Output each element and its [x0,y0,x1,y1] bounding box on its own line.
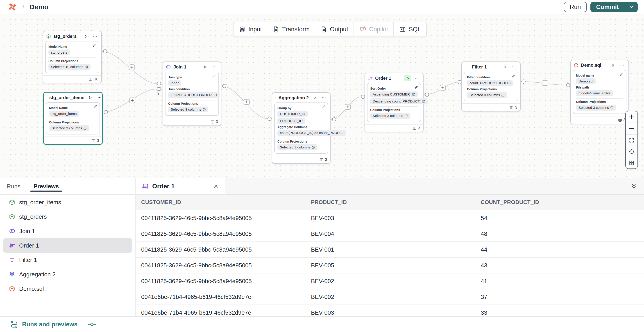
commit-button[interactable]: Commit [590,2,625,12]
edit-icon[interactable] [620,72,624,76]
node-config-card[interactable]: Group by CUSTOMER_ID PRODUCT_ID Aggregat… [274,102,328,154]
edit-icon[interactable] [321,105,325,109]
list-item-aggregation-2[interactable]: Aggregation 2 [0,267,135,282]
projections-badge[interactable]: Selected 3 columns [576,105,616,110]
canvas[interactable]: Input Transform Output [0,14,644,178]
list-item-stg-order-items[interactable]: stg_order_items [0,195,135,210]
node-stg-order-items[interactable]: stg_order_items Model Name stg_order_ite… [43,92,103,145]
zoom-in-button[interactable] [626,111,638,122]
node-config-card[interactable]: Join type Inner Join condition L.ORDER_I… [165,72,219,116]
node-stg-orders[interactable]: stg_orders Model Name stg_orders Column … [43,31,102,83]
table-row: 0041e6be-71b4-4965-b619-46cf532d9e7eBEV-… [136,289,644,305]
list-item-filter-1[interactable]: Filter 1 [0,253,135,267]
node-play-button[interactable] [610,62,616,68]
run-button[interactable]: Run [564,2,587,12]
tab-previews[interactable]: Previews [34,178,59,194]
node-order-1[interactable]: Order 1 Sort Order Ascending CUSTOMER_ID… [364,73,424,132]
insert-node-button[interactable] [345,104,351,110]
node-play-button[interactable] [311,94,318,101]
add-transform-button[interactable]: Transform [267,22,315,36]
locate-button[interactable] [626,146,638,157]
projections-badge[interactable]: Selected 3 columns [49,125,89,131]
collapse-panel-button[interactable] [630,183,637,190]
insert-node-button[interactable] [129,98,135,103]
output-port[interactable] [522,80,525,83]
node-menu-button[interactable] [619,62,626,68]
edit-icon[interactable] [212,74,216,78]
filter-icon [9,257,15,263]
column-header[interactable]: CUSTOMER_ID [141,199,311,206]
join-right-port[interactable] [157,88,161,90]
output-port[interactable] [103,50,107,53]
node-filter-1[interactable]: Filter 1 Filter condition count_PRODUCT_… [462,62,520,112]
edit-icon[interactable] [414,85,418,89]
node-join-1[interactable]: Join 1 Join type Inner Join condition L.… [162,62,221,126]
node-menu-button[interactable] [96,94,103,101]
projections-badge[interactable]: Selected 3 columns [467,92,507,98]
input-port[interactable] [361,95,365,99]
edit-icon[interactable] [511,74,515,78]
node-play-button[interactable] [82,33,89,40]
list-item-stg-orders[interactable]: stg_orders [0,210,135,224]
node-play-button[interactable] [202,64,209,70]
node-config-card[interactable]: Filter condition count_PRODUCT_ID = 10 C… [464,72,518,101]
node-config-card[interactable]: Sort Order Ascending CUSTOMER_ID Descend… [367,83,421,122]
insert-node-button[interactable] [542,80,548,86]
projections-badge[interactable]: Selected 3 columns [168,106,208,112]
list-item-order-1[interactable]: Order 1 [3,238,132,253]
node-config-card[interactable]: Model name Demo.sql File path models/vis… [573,70,626,114]
node-aggregation-2[interactable]: Aggregation 2 Group by CUSTOMER_ID PRODU… [272,92,330,164]
table-body[interactable]: 00411825-3629-46c5-9bbc-5c8a94e95005BEV-… [136,210,644,317]
list-item-demo-sql[interactable]: Demo.sql [0,282,135,296]
insert-node-button[interactable] [440,85,446,90]
input-port[interactable] [458,80,462,84]
node-config-card[interactable]: Model Name stg_order_items Column Projec… [46,102,100,134]
projections-badge[interactable]: Selected 3 columns [278,144,318,150]
node-menu-button[interactable] [510,64,517,70]
node-play-button[interactable] [501,64,508,70]
field-label: Column Projections [278,140,325,143]
add-output-button[interactable]: Output [315,22,354,36]
sql-button[interactable]: SQL [394,22,426,36]
node-demo-sql[interactable]: Demo.sql Model name Demo.sql File path m… [570,60,629,124]
column-header[interactable]: PRODUCT_ID [311,199,481,206]
input-port[interactable] [566,83,570,87]
output-port[interactable] [332,118,336,121]
output-port[interactable] [425,93,429,96]
insert-node-button[interactable] [244,99,250,105]
node-play-button[interactable] [87,94,94,101]
close-tab-button[interactable] [213,183,219,189]
panel-resize-toggle-icon[interactable] [87,322,96,327]
node-menu-button[interactable] [211,64,218,70]
tab-runs[interactable]: Runs [7,183,20,190]
sort-badge: Ascending CUSTOMER_ID [370,92,418,97]
copilot-button[interactable]: Copilot [354,22,394,36]
node-config-card[interactable]: Model Name stg_orders Column Projections… [45,41,99,73]
insert-node-button[interactable] [129,64,135,70]
add-input-button[interactable]: Input [234,22,267,36]
runs-and-previews-toggle[interactable]: Runs and previews [22,321,78,328]
projections-badge[interactable]: Selected 3 columns [370,113,410,119]
node-menu-button[interactable] [414,75,420,81]
node-menu-button[interactable] [320,94,327,101]
edit-icon[interactable] [92,44,96,47]
page-title[interactable]: Demo [30,3,48,11]
field-label: Column Projections [576,100,623,104]
edit-icon[interactable] [93,105,97,108]
node-menu-button[interactable] [92,33,98,40]
node-play-button[interactable] [404,75,411,81]
minimap-button[interactable] [626,157,638,168]
output-port[interactable] [104,110,108,114]
field-label: Column Projections [48,59,96,63]
output-port[interactable] [222,84,226,88]
fit-view-button[interactable] [626,135,638,146]
list-item-join-1[interactable]: Join 1 [0,224,135,238]
preview-tab-order-1[interactable]: Order 1 [136,178,225,194]
input-port[interactable] [268,117,271,120]
aggregation-icon [275,96,276,100]
zoom-out-button[interactable] [626,123,638,134]
join-left-port[interactable] [157,82,161,85]
commit-menu-button[interactable] [625,2,638,12]
projections-badge[interactable]: Selected 10 columns [48,64,90,70]
column-header[interactable]: COUNT_PRODUCT_ID [481,199,644,206]
